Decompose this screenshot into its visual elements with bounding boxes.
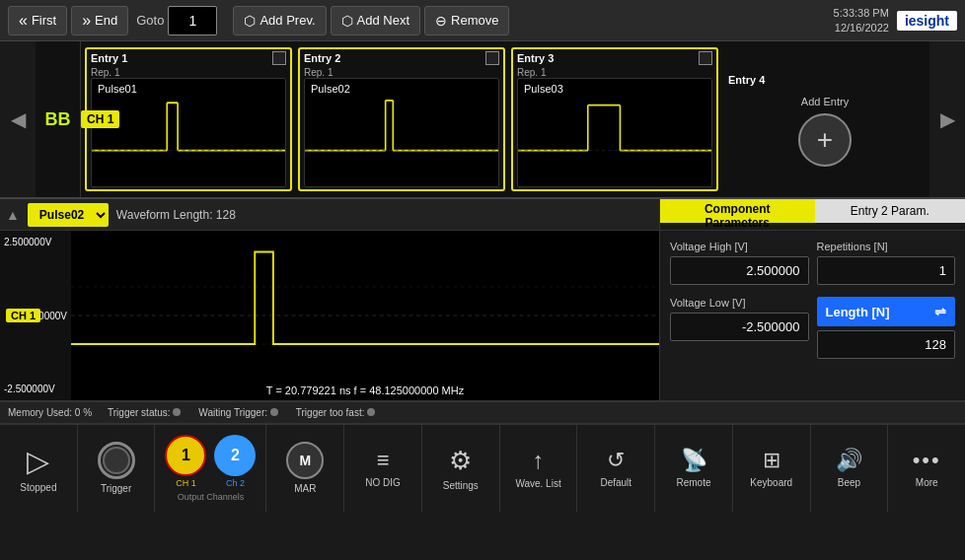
waveform-length-label: Waveform Length: 128	[116, 208, 236, 222]
first-button[interactable]: « First	[8, 6, 67, 35]
nav-left: ◀	[0, 41, 36, 197]
voltage-high-value[interactable]: 2.500000	[670, 256, 809, 285]
remove-button[interactable]: ⊖ Remove	[424, 6, 509, 35]
ch2-button-label: Ch 2	[226, 478, 245, 488]
more-button[interactable]: ••• More	[888, 425, 965, 512]
waveform-select[interactable]: Pulse02 Pulse01 Pulse03	[28, 203, 109, 227]
waveform-toolbar: ▲ Pulse02 Pulse01 Pulse03 Waveform Lengt…	[0, 199, 659, 231]
ch2-container: 2 Ch 2	[214, 435, 256, 488]
play-icon: ▷	[27, 444, 49, 478]
length-label-btn[interactable]: Length [N] ⇌	[817, 297, 956, 326]
wave-list-icon: ↑	[533, 447, 545, 474]
entry-2-title: Entry 2	[304, 52, 340, 64]
add-prev-icon: ⬡	[244, 13, 256, 29]
add-entry-button[interactable]: +	[798, 113, 852, 167]
logo: iesight	[897, 11, 957, 31]
component-params-button[interactable]: Component Parameters	[660, 199, 815, 223]
channel-buttons: 1 CH 1 2 Ch 2	[165, 435, 256, 488]
stopped-label: Stopped	[20, 482, 56, 494]
entry-4-title: Entry 4	[728, 74, 765, 86]
entry-1-checkbox[interactable]	[272, 51, 286, 65]
goto-input[interactable]	[168, 6, 217, 35]
remote-button[interactable]: 📡 Remote	[655, 425, 733, 512]
entry-2-waveform: Pulse02	[304, 78, 499, 187]
repetitions-value[interactable]: 1	[817, 256, 956, 285]
entry-2-checkbox[interactable]	[485, 51, 499, 65]
default-button[interactable]: ↺ Default	[577, 425, 655, 512]
trigger-fast-dot	[367, 408, 375, 416]
bb-label: BB	[36, 41, 81, 197]
repetitions-label: Repetitions [N]	[817, 241, 956, 252]
entry2-param-button[interactable]: Entry 2 Param.	[815, 199, 966, 223]
wave-list-button[interactable]: ↑ Wave. List	[500, 425, 578, 512]
time-display: 5:33:38 PM 12/16/2022	[834, 6, 889, 35]
params-body: Voltage High [V] 2.500000 Repetitions [N…	[660, 231, 965, 400]
memory-used-label: Memory Used: 0 %	[8, 407, 92, 418]
entry-1-pulse-label: Pulse01	[98, 83, 137, 95]
waveform-collapse-icon[interactable]: ▲	[6, 207, 20, 223]
mar-icon: M	[286, 442, 324, 479]
first-icon: «	[19, 12, 28, 30]
right-arrow-icon[interactable]: ▶	[940, 107, 955, 131]
top-toolbar: « First » End Goto ⬡ Add Prev. ⬡ Add Nex…	[0, 0, 965, 41]
add-prev-button[interactable]: ⬡ Add Prev.	[233, 6, 326, 35]
remote-label: Remote	[677, 477, 711, 489]
param-group-1: Voltage High [V] 2.500000 Repetitions [N…	[670, 241, 955, 285]
wave-list-label: Wave. List	[515, 478, 560, 490]
params-header: Component Parameters Entry 2 Param.	[660, 199, 965, 231]
bottom-toolbar: ▷ Stopped Trigger 1 CH 1 2 Ch 2 Output C…	[0, 423, 965, 512]
waveform-chart: 2.500000V 0.000000V -2.500000V CH 1	[0, 231, 659, 400]
entry-3-checkbox[interactable]	[699, 51, 712, 65]
ch1-waveform-badge-container: CH 1	[6, 309, 40, 322]
entry-1-title: Entry 1	[91, 52, 127, 64]
ch1-button[interactable]: 1	[165, 435, 206, 476]
play-stop-button[interactable]: ▷ Stopped	[0, 425, 78, 512]
end-icon: »	[82, 12, 91, 30]
output-channels-section: 1 CH 1 2 Ch 2 Output Channels	[155, 425, 266, 512]
output-channels-label: Output Channels	[178, 492, 245, 502]
more-icon: •••	[913, 448, 941, 473]
entry-card-3[interactable]: Entry 3 Rep. 1 Pulse03	[511, 47, 718, 191]
trigger-icon	[98, 442, 135, 479]
param-group-2: Voltage Low [V] -2.500000 Length [N] ⇌ 1…	[670, 297, 955, 359]
remote-icon: 📡	[681, 448, 707, 473]
entry-card-4: Entry 4 Add Entry +	[724, 47, 926, 191]
nav-right: ▶	[929, 41, 965, 197]
settings-button[interactable]: ⚙ Settings	[422, 425, 500, 512]
remove-icon: ⊖	[435, 13, 447, 29]
trigger-too-fast-label: Trigger too fast:	[296, 407, 377, 418]
trigger-status-label: Trigger status:	[108, 407, 183, 418]
trigger-label: Trigger	[101, 483, 131, 495]
length-icon: ⇌	[934, 304, 946, 319]
default-label: Default	[600, 477, 631, 489]
y-bot-label: -2.500000V	[4, 384, 67, 394]
trigger-button[interactable]: Trigger	[78, 425, 156, 512]
mar-button[interactable]: M MAR	[266, 425, 344, 512]
keyboard-icon: ⊞	[763, 448, 780, 473]
trigger-status-dot	[173, 408, 181, 416]
entry-3-pulse-label: Pulse03	[524, 83, 563, 95]
keyboard-button[interactable]: ⊞ Keyboard	[733, 425, 811, 512]
add-next-button[interactable]: ⬡ Add Next	[331, 6, 420, 35]
ch1-button-label: CH 1	[176, 478, 196, 488]
voltage-low-item: Voltage Low [V] -2.500000	[670, 297, 809, 359]
status-bar: Memory Used: 0 % Trigger status: Waiting…	[0, 401, 965, 423]
left-arrow-icon[interactable]: ◀	[11, 107, 26, 131]
nodig-button[interactable]: ≡ NO DIG	[344, 425, 422, 512]
settings-label: Settings	[443, 480, 479, 492]
length-value[interactable]: 128	[817, 330, 956, 359]
end-button[interactable]: » End	[71, 6, 128, 35]
entry-card-2[interactable]: Entry 2 Rep. 1 Pulse02	[298, 47, 505, 191]
entry-1-rep: Rep. 1	[91, 67, 286, 78]
keyboard-label: Keyboard	[750, 477, 792, 489]
waiting-trigger-label: Waiting Trigger:	[198, 407, 279, 418]
waiting-trigger-dot	[270, 408, 278, 416]
voltage-high-item: Voltage High [V] 2.500000	[670, 241, 809, 285]
ch1-waveform-badge: CH 1	[6, 309, 40, 322]
voltage-low-value[interactable]: -2.500000	[670, 313, 809, 341]
nodig-icon: ≡	[377, 448, 390, 473]
ch2-button[interactable]: 2	[214, 435, 256, 476]
waveform-main: ▲ Pulse02 Pulse01 Pulse03 Waveform Lengt…	[0, 199, 659, 400]
beep-button[interactable]: 🔊 Beep	[811, 425, 889, 512]
voltage-high-label: Voltage High [V]	[670, 241, 809, 252]
